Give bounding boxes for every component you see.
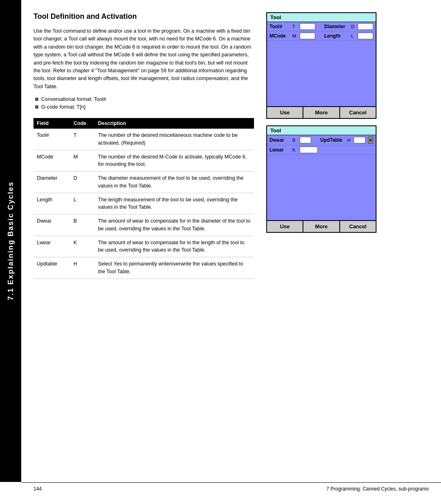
field-label-updtable: UpdTable	[320, 137, 345, 143]
field-code-length: L	[351, 33, 356, 38]
bullet-text: G-code format: T[n]	[41, 104, 85, 110]
table-cell-code: T	[70, 129, 95, 150]
table-cell-code: B	[70, 214, 95, 236]
page-footer: 144 7 Programming: Canned Cycles, sub-pr…	[21, 482, 441, 492]
tool-panel-1-use-button[interactable]: Use	[267, 107, 303, 118]
table-row: LengthLThe length measurement of the too…	[33, 193, 254, 214]
input-lwear[interactable]	[300, 147, 318, 153]
field-label-diameter: Diameter	[324, 24, 350, 29]
bullet-icon	[35, 98, 38, 101]
right-column: Tool Tool# T Diameter D MCode M Length	[266, 12, 376, 279]
table-cell-field: Dwear	[33, 214, 70, 236]
table-cell-code: K	[70, 236, 95, 257]
bullet-text: Conversational format: Tool#	[41, 96, 106, 102]
table-row: Tool#TThe number of the desired miscella…	[33, 129, 254, 150]
tool-panel-2-more-button[interactable]: More	[303, 221, 340, 232]
updtable-dropdown[interactable]: ▼	[368, 136, 373, 144]
chapter-text: 7 Programming: Canned Cycles, sub-progra…	[326, 486, 429, 492]
table-cell-description: The amount of wear to compensate for in …	[95, 236, 254, 257]
sidebar: 7.1 Explaining Basic Cycles	[0, 0, 21, 482]
left-column: Tool Definition and Activation Use the T…	[33, 12, 254, 279]
input-updtable[interactable]	[354, 137, 365, 143]
field-label-length: Length	[324, 33, 350, 39]
bullet-list: Conversational format: Tool# G-code form…	[33, 96, 254, 110]
table-cell-field: Tool#	[33, 129, 70, 150]
tool-panel-2-blue-area	[267, 155, 376, 220]
field-table: Field Code Description Tool#TThe number …	[33, 118, 254, 279]
field-label-mcode: MCode	[270, 33, 291, 39]
table-cell-code: H	[70, 257, 95, 279]
table-row: UpdtableHSelect Yes to permanently write…	[33, 257, 254, 279]
tool-panel-2-body: Dwear B UpdTable H ▼ Lwear K	[267, 135, 376, 220]
bullet-icon	[35, 105, 38, 109]
tool-panel-1-header: Tool	[267, 13, 376, 22]
table-row: LwearKThe amount of wear to compensate f…	[33, 236, 254, 257]
list-item: G-code format: T[n]	[35, 104, 254, 110]
table-cell-code: L	[70, 193, 95, 214]
col-header-field: Field	[33, 118, 70, 129]
field-code-updtable: H	[347, 138, 352, 143]
tool-panel-2-row1: Dwear B UpdTable H ▼	[267, 135, 376, 145]
table-cell-field: Lwear	[33, 236, 70, 257]
col-header-code: Code	[70, 118, 95, 129]
field-code-mcode: M	[292, 33, 298, 38]
page-number: 144	[33, 486, 42, 492]
table-cell-description: Select Yes to permanently write/overwrit…	[95, 257, 254, 279]
input-diameter[interactable]	[358, 23, 373, 30]
page-title: Tool Definition and Activation	[33, 12, 254, 21]
tool-panel-2-header: Tool	[267, 126, 376, 135]
main-content: Tool Definition and Activation Use the T…	[21, 0, 441, 291]
tool-panel-1: Tool Tool# T Diameter D MCode M Length	[266, 12, 376, 119]
table-cell-description: The diameter measurement of the tool to …	[95, 172, 254, 193]
field-code-diameter: D	[351, 24, 356, 29]
table-row: DwearBThe amount of wear to compensate f…	[33, 214, 254, 236]
table-cell-field: Length	[33, 193, 70, 214]
field-code-tool-num: T	[292, 24, 298, 29]
table-cell-description: The amount of wear to compensate for in …	[95, 214, 254, 236]
table-row: MCodeMThe number of the desired M-Code t…	[33, 150, 254, 172]
table-cell-field: Diameter	[33, 172, 70, 193]
col-header-description: Description	[95, 118, 254, 129]
tool-panel-1-body: Tool# T Diameter D MCode M Length L	[267, 22, 376, 106]
field-label-dwear: Dwear	[270, 137, 291, 143]
table-cell-description: The number of the desired miscellaneous …	[95, 129, 254, 150]
table-cell-description: The number of the desired M-Code to acti…	[95, 150, 254, 172]
sidebar-label: 7.1 Explaining Basic Cycles	[7, 181, 15, 300]
tool-panel-2-row2: Lwear K	[267, 145, 376, 155]
table-cell-field: MCode	[33, 150, 70, 172]
tool-panel-2-buttons: Use More Cancel	[267, 220, 376, 232]
table-cell-code: M	[70, 150, 95, 172]
table-cell-field: Updtable	[33, 257, 70, 279]
table-cell-code: D	[70, 172, 95, 193]
tool-panel-1-blue-area	[267, 41, 376, 106]
input-length[interactable]	[358, 33, 373, 39]
body-text: Use the Tool command to define and/or us…	[33, 27, 254, 91]
tool-panel-2-use-button[interactable]: Use	[267, 221, 303, 232]
tool-panel-1-buttons: Use More Cancel	[267, 106, 376, 118]
field-label-lwear: Lwear	[270, 147, 291, 153]
field-code-lwear: K	[292, 147, 298, 152]
tool-panel-1-row2: MCode M Length L	[267, 31, 376, 41]
input-tool-num[interactable]	[300, 23, 315, 30]
tool-panel-1-cancel-button[interactable]: Cancel	[340, 107, 376, 118]
tool-panel-1-more-button[interactable]: More	[303, 107, 340, 118]
tool-panel-2: Tool Dwear B UpdTable H ▼ Lwear K	[266, 125, 376, 233]
list-item: Conversational format: Tool#	[35, 96, 254, 102]
tool-panel-2-cancel-button[interactable]: Cancel	[340, 221, 376, 232]
input-dwear[interactable]	[300, 137, 311, 143]
input-mcode[interactable]	[300, 33, 315, 39]
tool-panel-1-row1: Tool# T Diameter D	[267, 22, 376, 31]
table-row: DiameterDThe diameter measurement of the…	[33, 172, 254, 193]
table-cell-description: The length measurement of the tool to be…	[95, 193, 254, 214]
field-label-tool-num: Tool#	[270, 24, 291, 29]
field-code-dwear: B	[292, 138, 298, 143]
